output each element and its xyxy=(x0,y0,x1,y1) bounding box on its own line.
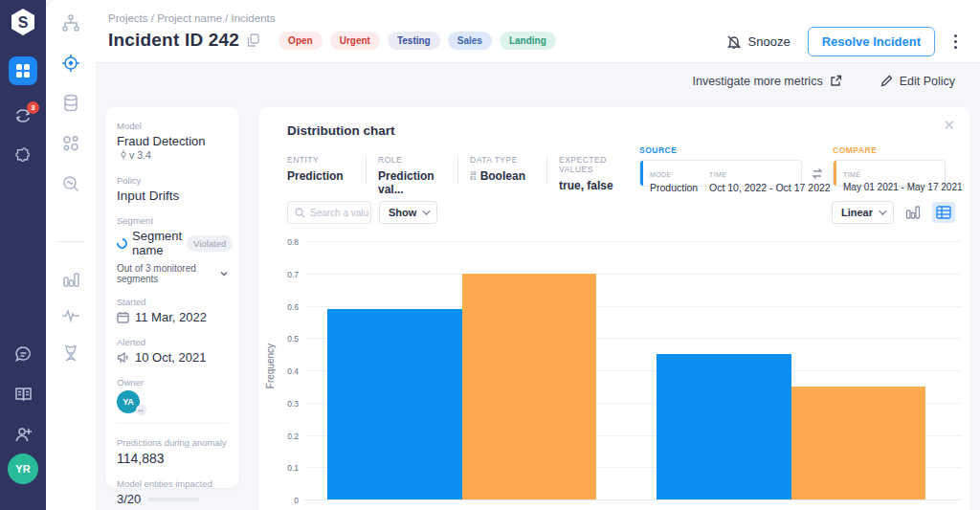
distribution-chart-panel: Distribution chart ✕ ENTITY Prediction R… xyxy=(258,107,970,510)
segment-value: Segment name xyxy=(132,229,182,257)
started-label: Started xyxy=(117,297,228,307)
invite-user-icon[interactable] xyxy=(14,426,33,443)
swap-icon[interactable] xyxy=(811,167,824,180)
source-compare-selectors: SOURCE MODE Production TIME Oct 10, 2022… xyxy=(639,145,946,187)
chevron-down-icon xyxy=(423,207,431,214)
y-axis-tick: 0 xyxy=(272,496,299,505)
value-search[interactable] xyxy=(287,201,371,224)
database-icon[interactable] xyxy=(62,94,79,113)
alerts-count-badge: 3 xyxy=(27,101,39,114)
y-axis-tick: 0.2 xyxy=(272,432,299,441)
bar-source-group2 xyxy=(657,354,791,499)
y-axis-tick: 0.4 xyxy=(272,366,299,376)
model-value: Fraud Detectionv 3.4 xyxy=(117,134,228,163)
bar-compare-group2 xyxy=(791,387,926,499)
docs-book-icon[interactable] xyxy=(14,387,33,403)
tag-sales: Sales xyxy=(448,32,492,50)
panel-divider xyxy=(117,423,228,424)
gridline xyxy=(304,306,961,307)
main-area: Projects / Project name / Incidents Inci… xyxy=(96,0,980,510)
tag-open: Open xyxy=(278,32,323,50)
svg-text:S: S xyxy=(18,14,29,31)
show-dropdown[interactable]: Show xyxy=(379,201,437,224)
entities-label: Model entities impacted xyxy=(117,478,228,489)
integrations-puzzle-icon[interactable] xyxy=(14,146,33,165)
incident-tags: Open Urgent Testing Sales Landing xyxy=(278,32,556,50)
gridline xyxy=(304,499,961,500)
model-label: Model xyxy=(117,121,228,131)
source-selector[interactable]: MODE Production TIME Oct 10, 2022 - Oct … xyxy=(639,160,802,187)
feedback-chat-icon[interactable] xyxy=(14,345,33,364)
compare-time-value: May 01 2021 - May 17 2021 xyxy=(843,182,963,192)
y-axis-tick: 0.1 xyxy=(272,463,299,473)
gridline xyxy=(304,241,961,242)
table-view-toggle-icon[interactable] xyxy=(932,202,955,223)
chart-view-toggle-icon[interactable] xyxy=(902,202,924,223)
search-insights-icon[interactable] xyxy=(61,174,80,193)
incident-info-panel: Model Fraud Detectionv 3.4 Policy Input … xyxy=(105,107,239,488)
page-title: Incident ID 242 xyxy=(108,30,239,51)
data-type-label: DATA TYPE xyxy=(470,155,535,165)
org-hierarchy-icon[interactable] xyxy=(61,13,80,33)
investigate-metrics-link[interactable]: Investigate more metrics xyxy=(692,75,841,88)
calendar-icon xyxy=(117,311,129,323)
snooze-button[interactable]: Snooze xyxy=(726,34,791,50)
policy-label: Policy xyxy=(117,175,228,186)
role-value: Prediction val... xyxy=(378,169,446,196)
entity-label: ENTITY xyxy=(287,155,354,165)
resolve-incident-button[interactable]: Resolve Incident xyxy=(808,27,935,56)
dashboard-grid-icon[interactable] xyxy=(9,56,37,85)
user-avatar[interactable]: YR xyxy=(8,454,38,484)
compare-selector[interactable]: TIME May 01 2021 - May 17 2021 xyxy=(833,160,946,187)
chart-title: Distribution chart xyxy=(287,123,395,138)
dna-icon[interactable] xyxy=(63,344,78,363)
chevron-down-icon xyxy=(879,207,886,214)
mode-value: Production xyxy=(650,182,695,193)
bar-chart-icon[interactable] xyxy=(62,271,79,288)
source-label: SOURCE xyxy=(639,145,802,155)
scale-dropdown[interactable]: Linear xyxy=(832,201,894,224)
bar-compare-group1 xyxy=(462,274,597,499)
owner-more-badge: •• xyxy=(136,405,146,415)
app-logo-icon: S xyxy=(10,8,36,40)
data-type-value: 10 01 Boolean xyxy=(470,169,535,183)
predictions-label: Predictions during anomaly xyxy=(117,437,228,448)
chart-meta-row: ENTITY Prediction ROLE Prediction val...… xyxy=(287,155,645,196)
external-link-icon xyxy=(830,75,842,87)
owner-avatar[interactable]: YA •• xyxy=(117,390,140,413)
compare-label: COMPARE xyxy=(833,145,946,155)
secondary-sidebar xyxy=(46,0,96,510)
monitored-segments-expander[interactable]: Out of 3 monitored segments xyxy=(117,263,228,284)
compare-time-label: TIME xyxy=(843,171,860,178)
y-axis-tick: 0.7 xyxy=(272,270,299,279)
expected-values-value: true, false xyxy=(559,179,634,192)
violated-badge: Violated xyxy=(187,235,233,252)
search-input[interactable] xyxy=(310,208,369,218)
source-time-value: Oct 10, 2022 - Oct 17 2022 xyxy=(709,182,831,193)
sync-alerts-icon[interactable]: 3 xyxy=(13,106,33,125)
target-crosshair-icon[interactable] xyxy=(61,54,80,73)
close-icon[interactable]: ✕ xyxy=(943,117,955,134)
alerted-value: 10 Oct, 2021 xyxy=(117,350,228,365)
more-options-icon[interactable] xyxy=(952,33,959,51)
binary-icon: 10 01 xyxy=(470,171,477,181)
pencil-icon xyxy=(880,75,893,87)
segments-cluster-icon[interactable] xyxy=(61,134,80,153)
mode-label: MODE xyxy=(650,171,672,178)
y-axis-tick: 0.8 xyxy=(272,237,299,247)
gridline xyxy=(304,274,961,275)
chevron-down-icon xyxy=(220,271,228,277)
activity-pulse-icon[interactable] xyxy=(61,309,80,322)
entities-value: 3/20 xyxy=(117,492,141,506)
entities-progress-bar xyxy=(147,498,199,501)
alerted-label: Alerted xyxy=(117,337,228,347)
owner-label: Owner xyxy=(117,377,228,388)
breadcrumb[interactable]: Projects / Project name / Incidents xyxy=(108,12,276,24)
tag-landing: Landing xyxy=(500,32,556,50)
megaphone-icon xyxy=(117,351,129,364)
role-label: ROLE xyxy=(378,155,446,165)
copy-icon[interactable] xyxy=(247,33,259,47)
y-axis-tick: 0.5 xyxy=(272,334,299,344)
edit-policy-link[interactable]: Edit Policy xyxy=(880,75,955,88)
predictions-value: 114,883 xyxy=(117,451,228,466)
